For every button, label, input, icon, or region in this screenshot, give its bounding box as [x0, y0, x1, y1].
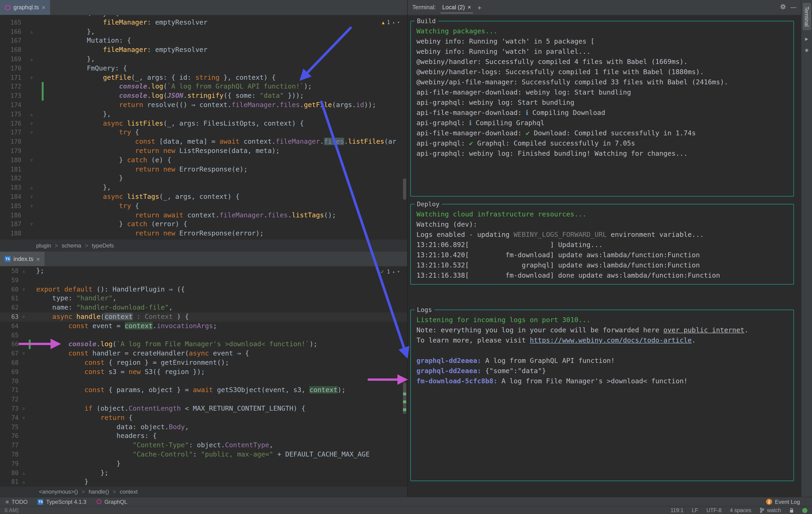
line-number[interactable]: 175 — [0, 110, 21, 119]
code-line-169[interactable]: 169▵ }, — [0, 55, 407, 64]
terminal-settings-gear-icon[interactable] — [780, 4, 786, 11]
inspections-indicator-icon[interactable] — [802, 508, 807, 513]
fold-icon[interactable]: ▵ — [19, 468, 29, 478]
line-number[interactable]: 179 — [0, 147, 21, 156]
fold-icon[interactable]: ▵ — [21, 55, 42, 64]
fold-icon[interactable]: ▿ — [21, 128, 42, 138]
breadcrumb-item[interactable]: schema — [62, 242, 81, 249]
line-number[interactable]: 177 — [0, 128, 21, 138]
tab-close-icon[interactable]: × — [36, 255, 40, 262]
code-line-180[interactable]: 180▿ } catch (e) { — [0, 156, 407, 165]
code-line-182[interactable]: 182 } — [0, 174, 407, 183]
line-number[interactable]: 178 — [0, 137, 21, 147]
caret-position-widget[interactable]: 119:1 — [671, 508, 684, 513]
new-terminal-tab-button[interactable]: + — [477, 3, 482, 11]
line-number[interactable]: 67 — [0, 349, 19, 358]
todo-toolwindow-button[interactable]: ≡ TODO — [6, 498, 28, 505]
fold-icon[interactable]: ▿ — [21, 192, 42, 202]
code-line-73[interactable]: 73▿ if (object.ContentLength < MAX_RETUR… — [0, 404, 407, 414]
line-number[interactable]: 169 — [0, 55, 21, 64]
code-line-66[interactable]: 66 console.log(`A log from File Manager'… — [0, 340, 407, 349]
code-line-64[interactable]: 64 const event = context.invocationArgs; — [0, 322, 407, 331]
line-number[interactable]: 73 — [0, 404, 19, 414]
fold-icon[interactable]: ▿ — [21, 119, 42, 128]
line-number[interactable]: 170 — [0, 64, 21, 73]
code-line-59[interactable]: 59 — [0, 276, 407, 285]
code-line-65[interactable]: 65 — [0, 331, 407, 340]
line-ending-widget[interactable]: LF — [692, 508, 698, 513]
code-line-62[interactable]: 62 name: "handler-download-file", — [0, 303, 407, 312]
scrollbar-thumb[interactable] — [403, 178, 406, 200]
code-line-177[interactable]: 177▿ try { — [0, 128, 407, 138]
code-line-68[interactable]: 68 const { region } = getEnvironment(); — [0, 358, 407, 367]
line-number[interactable]: 176 — [0, 119, 21, 128]
editor-graphql[interactable]: 164 Query: {165 fileManager: emptyResolv… — [0, 15, 407, 240]
line-number[interactable]: 69 — [0, 367, 19, 377]
fold-icon[interactable]: ▿ — [19, 349, 29, 358]
debug-toolwindow-icon[interactable]: ◉ — [805, 48, 809, 53]
code-line-77[interactable]: 77 "Content-Type": object.ContentType, — [0, 441, 407, 450]
line-number[interactable]: 165 — [0, 18, 21, 27]
code-line-78[interactable]: 78 "Cache-Control": "public, max-age=" +… — [0, 450, 407, 459]
code-line-172[interactable]: 172 console.log(`A log from GraphQL API … — [0, 82, 407, 92]
line-number[interactable]: 187 — [0, 220, 21, 229]
graphql-toolwindow-button[interactable]: GraphQL — [96, 498, 127, 505]
line-number[interactable]: 63 — [0, 312, 19, 322]
code-line-170[interactable]: 170 FmQuery: { — [0, 64, 407, 73]
code-line-185[interactable]: 185▿ try { — [0, 201, 407, 211]
line-number[interactable]: 59 — [0, 276, 19, 285]
breadcrumb-item[interactable]: plugin — [36, 242, 51, 249]
fold-icon[interactable]: ▿ — [19, 312, 29, 322]
code-line-165[interactable]: 165 fileManager: emptyResolver — [0, 18, 407, 27]
line-number[interactable]: 71 — [0, 386, 19, 395]
line-number[interactable]: 66 — [0, 340, 19, 349]
fold-icon[interactable]: ▿ — [21, 73, 42, 82]
code-line-187[interactable]: 187▿ } catch (error) { — [0, 220, 407, 229]
line-number[interactable]: 60 — [0, 285, 19, 294]
code-line-173[interactable]: 173 console.log(JSON.stringify({ some: "… — [0, 91, 407, 100]
code-line-74[interactable]: 74▿ return { — [0, 414, 407, 423]
code-line-181[interactable]: 181 return new ErrorResponse(e); — [0, 165, 407, 174]
code-line-79[interactable]: 79 } — [0, 459, 407, 468]
line-number[interactable]: 68 — [0, 358, 19, 367]
breadcrumb-item[interactable]: <anonymous>() — [39, 488, 78, 495]
terminal-link[interactable]: https://www.webiny.com/docs/todo-article — [530, 336, 692, 344]
code-line-70[interactable]: 70 — [0, 376, 407, 386]
code-line-176[interactable]: 176▿ async listFiles(_, args: FilesListO… — [0, 119, 407, 128]
code-line-183[interactable]: 183▵ }, — [0, 183, 407, 192]
tab-close-icon[interactable]: × — [42, 4, 46, 11]
breadcrumb-item[interactable]: context — [120, 488, 138, 495]
breadcrumb-item[interactable]: typeDefs — [92, 242, 114, 249]
fold-icon[interactable]: ▿ — [21, 156, 42, 165]
code-line-67[interactable]: 67▿ const handler = createHandler(async … — [0, 349, 407, 358]
code-line-76[interactable]: 76 headers: { — [0, 432, 407, 441]
next-problem-icon[interactable]: ▾ — [397, 20, 400, 25]
lock-icon[interactable] — [789, 508, 794, 513]
code-line-61[interactable]: 61 type: "handler", — [0, 294, 407, 303]
line-number[interactable]: 181 — [0, 165, 21, 174]
code-line-80[interactable]: 80▵ }; — [0, 468, 407, 478]
hide-panel-icon[interactable]: — — [790, 4, 796, 11]
line-number[interactable]: 180 — [0, 156, 21, 165]
code-line-72[interactable]: 72 — [0, 395, 407, 404]
line-number[interactable]: 185 — [0, 201, 21, 211]
terminal-underlined-text[interactable]: over public internet — [663, 326, 744, 334]
code-line-171[interactable]: 171▿ getFile(_, args: { id: string }, co… — [0, 73, 407, 82]
event-log-button[interactable]: 2 Event Log — [766, 498, 800, 505]
fold-icon[interactable]: ▿ — [21, 220, 42, 229]
code-line-63[interactable]: 63▿ async handle(context : Context ) { — [0, 312, 407, 322]
code-line-71[interactable]: 71 const { params, object } = await getS… — [0, 386, 407, 395]
line-number[interactable]: 61 — [0, 294, 19, 303]
code-line-184[interactable]: 184▿ async listTags(_, args, context) { — [0, 192, 407, 202]
line-number[interactable]: 174 — [0, 100, 21, 110]
code-line-58[interactable]: 58▵}; — [0, 267, 407, 276]
fold-icon[interactable]: ▵ — [19, 267, 29, 276]
line-number[interactable]: 65 — [0, 331, 19, 340]
line-number[interactable]: 72 — [0, 395, 19, 404]
encoding-widget[interactable]: UTF-8 — [706, 508, 722, 513]
git-branch-widget[interactable]: watch — [760, 508, 781, 513]
line-number[interactable]: 64 — [0, 322, 19, 331]
line-number[interactable]: 80 — [0, 468, 19, 478]
line-number[interactable]: 74 — [0, 414, 19, 423]
inspection-widget[interactable]: ✓ 1 ▴ ▾ — [380, 268, 400, 275]
